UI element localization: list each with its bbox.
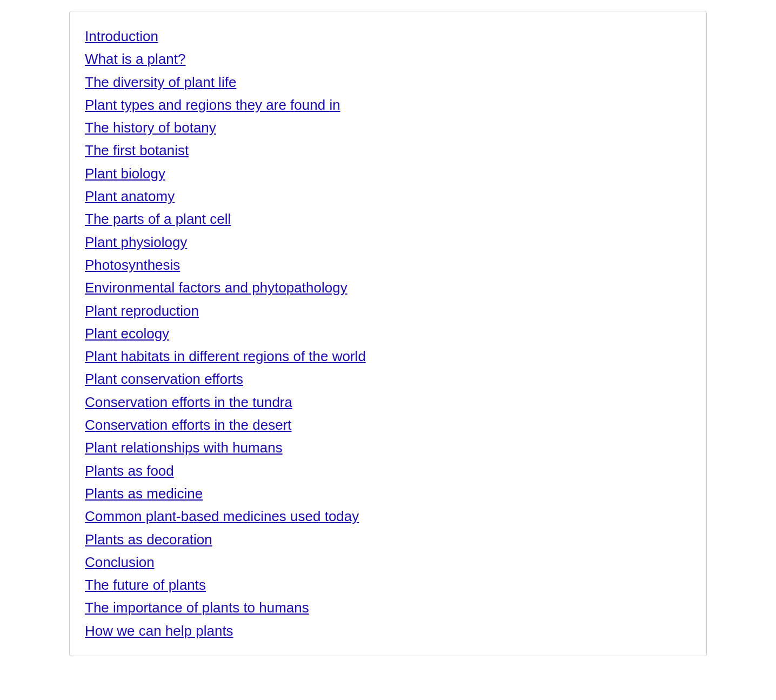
list-item: Plants as decoration (85, 529, 691, 550)
list-item: How we can help plants (85, 620, 691, 642)
list-item: Conservation efforts in the tundra (85, 391, 691, 413)
toc-link-19[interactable]: Plants as food (85, 463, 174, 479)
list-item: The diversity of plant life (85, 71, 691, 93)
toc-link-18[interactable]: Plant relationships with humans (85, 439, 283, 456)
list-item: The history of botany (85, 117, 691, 138)
toc-link-21[interactable]: Common plant-based medicines used today (85, 508, 359, 524)
toc-link-6[interactable]: Plant biology (85, 165, 165, 182)
toc-link-7[interactable]: Plant anatomy (85, 188, 175, 204)
list-item: The importance of plants to humans (85, 597, 691, 618)
toc-link-13[interactable]: Plant ecology (85, 325, 169, 342)
list-item: Photosynthesis (85, 254, 691, 276)
list-item: Plant biology (85, 163, 691, 184)
toc-link-15[interactable]: Plant conservation efforts (85, 371, 243, 387)
list-item: Plant reproduction (85, 300, 691, 322)
toc-link-4[interactable]: The history of botany (85, 119, 216, 136)
list-item: Plant types and regions they are found i… (85, 94, 691, 116)
toc-link-8[interactable]: The parts of a plant cell (85, 211, 231, 227)
list-item: Conclusion (85, 551, 691, 573)
toc-link-16[interactable]: Conservation efforts in the tundra (85, 394, 292, 410)
list-item: Plant conservation efforts (85, 368, 691, 390)
toc-link-17[interactable]: Conservation efforts in the desert (85, 417, 292, 433)
toc-link-26[interactable]: How we can help plants (85, 623, 233, 639)
toc-link-2[interactable]: The diversity of plant life (85, 74, 236, 90)
toc-container: IntroductionWhat is a plant?The diversit… (69, 11, 707, 656)
toc-link-5[interactable]: The first botanist (85, 142, 189, 158)
list-item: What is a plant? (85, 48, 691, 70)
list-item: Plant relationships with humans (85, 437, 691, 458)
list-item: The future of plants (85, 574, 691, 596)
list-item: Plant habitats in different regions of t… (85, 345, 691, 367)
toc-link-3[interactable]: Plant types and regions they are found i… (85, 97, 340, 113)
toc-link-10[interactable]: Photosynthesis (85, 257, 180, 273)
list-item: The parts of a plant cell (85, 208, 691, 230)
toc-link-14[interactable]: Plant habitats in different regions of t… (85, 348, 366, 364)
toc-list: IntroductionWhat is a plant?The diversit… (85, 25, 691, 642)
list-item: Plant ecology (85, 323, 691, 344)
list-item: Plant physiology (85, 231, 691, 253)
toc-link-1[interactable]: What is a plant? (85, 51, 185, 67)
toc-link-23[interactable]: Conclusion (85, 554, 155, 570)
toc-link-25[interactable]: The importance of plants to humans (85, 599, 309, 616)
list-item: Environmental factors and phytopathology (85, 277, 691, 298)
list-item: Introduction (85, 25, 691, 47)
toc-link-24[interactable]: The future of plants (85, 577, 206, 593)
list-item: Plants as medicine (85, 483, 691, 504)
toc-link-0[interactable]: Introduction (85, 28, 158, 44)
toc-link-22[interactable]: Plants as decoration (85, 531, 212, 548)
list-item: Plants as food (85, 460, 691, 482)
toc-link-11[interactable]: Environmental factors and phytopathology (85, 279, 347, 296)
list-item: The first botanist (85, 139, 691, 161)
toc-link-9[interactable]: Plant physiology (85, 234, 187, 250)
list-item: Common plant-based medicines used today (85, 505, 691, 527)
list-item: Conservation efforts in the desert (85, 414, 691, 436)
toc-link-12[interactable]: Plant reproduction (85, 303, 199, 319)
toc-link-20[interactable]: Plants as medicine (85, 485, 203, 502)
list-item: Plant anatomy (85, 185, 691, 207)
